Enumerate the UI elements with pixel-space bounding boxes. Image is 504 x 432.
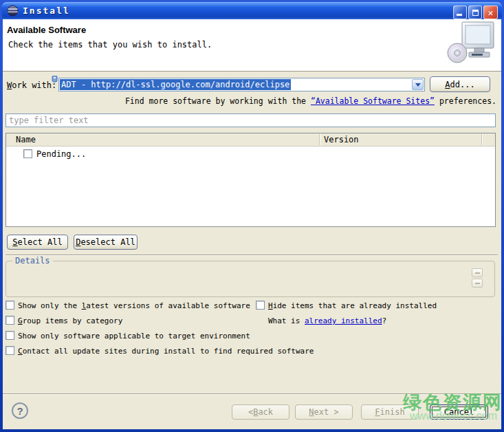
column-header-version[interactable]: Version <box>324 135 359 144</box>
row-checkbox[interactable] <box>23 149 32 158</box>
details-scrollbar[interactable] <box>472 268 483 289</box>
hint-suffix: preferences. <box>435 96 496 106</box>
checkbox[interactable] <box>6 316 14 325</box>
select-all-button[interactable]: Select All <box>7 235 68 250</box>
add-button[interactable]: Add... <box>430 76 490 92</box>
find-more-software-hint: Find more software by working with the “… <box>125 96 496 106</box>
work-with-label: Work with: <box>7 80 56 90</box>
scroll-up-button[interactable] <box>472 268 483 277</box>
back-button[interactable]: < Back <box>232 404 289 420</box>
what-is-suffix: ? <box>382 316 387 325</box>
row-name: Pending... <box>36 149 86 159</box>
scroll-down-button[interactable] <box>472 279 483 288</box>
checkbox[interactable] <box>6 301 14 310</box>
page-title: Available Software <box>7 25 86 35</box>
work-with-combo[interactable]: ADT - http://dl-ssl.google.com/android/e… <box>58 78 425 91</box>
checkbox[interactable] <box>6 331 14 340</box>
next-button[interactable]: Next > <box>295 404 353 420</box>
column-divider[interactable] <box>319 134 320 145</box>
window-title: Install <box>23 6 70 16</box>
page-subtitle: Check the items that you wish to install… <box>8 40 212 50</box>
content-assist-decoration-icon <box>52 76 58 83</box>
maximize-icon <box>472 10 479 16</box>
separator <box>6 255 498 256</box>
finish-button[interactable]: Finish <box>361 404 419 420</box>
install-dialog-window: Install ✕ Available Software Check the i… <box>0 0 504 432</box>
software-table[interactable]: Name Version Pending... <box>6 133 496 227</box>
close-icon: ✕ <box>488 8 494 17</box>
maximize-button[interactable] <box>468 6 482 19</box>
what-is-installed-line: What is already installed? <box>268 316 386 325</box>
combo-dropdown-button[interactable] <box>412 79 424 90</box>
option-applicable-to-target[interactable]: Show only software applicable to target … <box>6 331 250 341</box>
install-software-icon <box>447 21 496 67</box>
checkbox[interactable] <box>256 301 265 310</box>
option-show-latest-versions[interactable]: Show only the latest versions of availab… <box>6 301 250 310</box>
cancel-button[interactable]: Cancel <box>430 404 488 420</box>
details-label: Details <box>12 256 53 266</box>
minimize-button[interactable] <box>453 6 467 19</box>
titlebar[interactable]: Install ✕ <box>2 2 502 19</box>
column-divider[interactable] <box>481 134 482 145</box>
eclipse-icon <box>7 5 19 17</box>
details-group <box>6 261 495 297</box>
close-button[interactable]: ✕ <box>483 6 498 19</box>
option-label: Show only software applicable to target … <box>18 331 250 341</box>
filter-input[interactable] <box>6 114 496 127</box>
work-with-combo-value[interactable]: ADT - http://dl-ssl.google.com/android/e… <box>60 79 291 90</box>
table-row[interactable]: Pending... <box>6 148 495 160</box>
separator <box>3 393 501 395</box>
option-group-by-category[interactable]: Group items by category <box>6 316 122 325</box>
checkbox[interactable] <box>6 346 14 355</box>
option-contact-all-sites[interactable]: Contact all update sites during install … <box>6 346 314 356</box>
available-software-sites-link[interactable]: “Available Software Sites” <box>311 96 435 106</box>
help-button[interactable]: ? <box>12 402 28 419</box>
already-installed-link[interactable]: already installed <box>305 316 382 325</box>
what-is-prefix: What is <box>268 316 305 325</box>
chevron-down-icon <box>415 83 421 89</box>
table-header[interactable]: Name Version <box>6 133 495 147</box>
deselect-all-button[interactable]: Deselect All <box>74 235 138 250</box>
option-hide-installed[interactable]: Hide items that are already installed <box>256 301 437 310</box>
hint-prefix: Find more software by working with the <box>125 96 311 106</box>
option-label: Show only the latest versions of availab… <box>18 301 250 310</box>
minimize-icon <box>457 14 462 16</box>
option-label: Group items by category <box>18 316 122 325</box>
option-label: Hide items that are already installed <box>268 301 437 310</box>
column-header-name[interactable]: Name <box>16 135 36 144</box>
option-label: Contact all update sites during install … <box>18 346 314 356</box>
